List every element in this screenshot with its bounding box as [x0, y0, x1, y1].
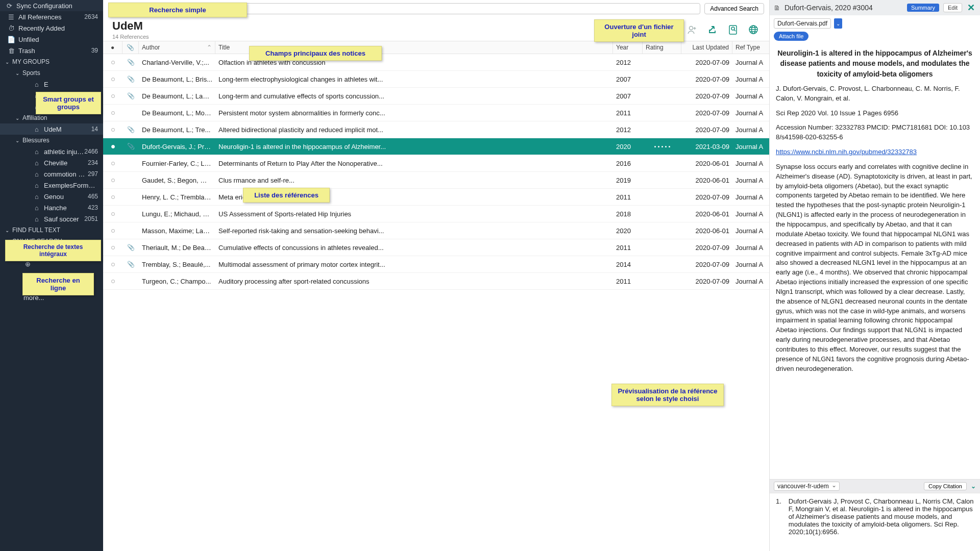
ref-body: Neuroligin-1 is altered in the hippocamp…: [770, 44, 980, 479]
group-icon: ☰: [7, 13, 15, 21]
unread-dot: [111, 212, 115, 216]
table-row[interactable]: 📎 Dufort-Gervais, J.; Pro... Neuroligin-…: [103, 138, 769, 155]
group-icon: ⌂: [33, 204, 41, 212]
more-link[interactable]: more...: [0, 292, 103, 303]
my-groups-head[interactable]: ⌄ MY GROUPS: [0, 56, 103, 67]
export-icon[interactable]: [706, 23, 719, 36]
detail-panel: 🗎 Dufort-Gervais, 2020 #3004 Summary Edi…: [770, 0, 980, 551]
table-row[interactable]: 📎 Tremblay, S.; Beaulé,... Multimodal as…: [103, 256, 769, 273]
unread-dot: [111, 78, 115, 81]
pdf-chip[interactable]: Dufort-Gervais.pdf: [774, 18, 831, 29]
sidebar-item[interactable]: ⌂UdeM14: [0, 123, 103, 135]
close-icon[interactable]: ✕: [966, 2, 976, 13]
summary-tab[interactable]: Summary: [907, 4, 939, 12]
sidebar-item[interactable]: ⊕PubMed (NLM): [0, 269, 103, 281]
search-wrap: ⌕: [108, 3, 700, 14]
search-input[interactable]: [118, 5, 697, 12]
affiliation-label: Affiliation: [22, 114, 47, 121]
col-author[interactable]: Author⌃: [139, 41, 215, 54]
find-full-text-head[interactable]: ⌄ FIND FULL TEXT: [0, 224, 103, 236]
sidebar-item[interactable]: ☰All References2634: [0, 11, 103, 22]
col-rating[interactable]: Rating: [643, 41, 681, 54]
unread-dot: [111, 195, 115, 199]
group-icon: ⊕: [23, 271, 32, 279]
sidebar-item[interactable]: ⌂F: [0, 90, 103, 101]
sidebar-item[interactable]: ⌂Cheville234: [0, 157, 103, 168]
sidebar-item[interactable]: ⌂S: [0, 101, 103, 112]
table-row[interactable]: 📎 De Beaumont, L.; Bris... Long-term ele…: [103, 71, 769, 88]
sidebar-item[interactable]: ⊕Web of Science Core...: [0, 281, 103, 292]
col-reftype[interactable]: Ref Type: [732, 41, 769, 54]
unread-dot: [111, 162, 115, 165]
table-row[interactable]: 📎 De Beaumont, L.; Lass... Long-term and…: [103, 88, 769, 105]
svg-point-1: [690, 27, 693, 30]
new-ref-icon[interactable]: [665, 23, 678, 36]
edit-tab[interactable]: Edit: [943, 3, 962, 12]
chevron-down-icon[interactable]: ⌄: [971, 483, 976, 490]
table-row[interactable]: Henry, L. C.; Tremblay,... Meta erican f…: [103, 189, 769, 206]
citation-style-select[interactable]: vancouver-fr-udem: [774, 482, 840, 491]
table-row[interactable]: Fournier-Farley, C.; La... Determinants …: [103, 155, 769, 172]
chevron-down-icon: ⌄: [4, 59, 10, 65]
table-row[interactable]: De Beaumont, L.; Mon... Persistent motor…: [103, 105, 769, 121]
paperclip-icon: 📎: [127, 44, 134, 51]
sidebar-item[interactable]: ⊕: [0, 247, 103, 258]
sidebar-item[interactable]: ⌂athletic injuries2466: [0, 146, 103, 157]
my-groups-label: MY GROUPS: [12, 58, 50, 65]
sidebar-item[interactable]: ⌂E: [0, 79, 103, 90]
group-icon: ⌂: [33, 159, 41, 167]
pdf-dropdown[interactable]: ⌄: [834, 18, 842, 29]
page-title: UdeM: [112, 19, 149, 33]
blessures-group[interactable]: ⌄ Blessures: [0, 135, 103, 146]
ref-source: Sci Rep 2020 Vol. 10 Issue 1 Pages 6956: [776, 109, 974, 118]
sidebar-item[interactable]: ⌂Genou465: [0, 191, 103, 202]
group-icon: ⏱: [7, 24, 15, 32]
affiliation-group[interactable]: ⌄ Affiliation: [0, 112, 103, 123]
sidebar-item[interactable]: ⌂Hanche423: [0, 202, 103, 213]
find-updates-icon[interactable]: [726, 23, 740, 36]
attach-file-button[interactable]: Attach file: [774, 32, 808, 41]
chevron-down-icon: ⌄: [4, 228, 10, 233]
col-unread[interactable]: ●: [103, 41, 122, 54]
table-row[interactable]: 📎 Charland-Verville, V.;... Olfaction in…: [103, 54, 769, 71]
sync-config[interactable]: ⟳ Sync Configuration: [0, 0, 103, 11]
group-icon: ⌂: [33, 170, 41, 178]
table-row[interactable]: 📎 De Beaumont, L.; Tre... Altered bidire…: [103, 121, 769, 138]
chevron-down-icon: ⌄: [14, 138, 20, 143]
table-row[interactable]: 📎 Theriault, M.; De Beau... Cumulative e…: [103, 239, 769, 256]
col-attachment[interactable]: 📎: [122, 41, 139, 54]
sidebar-item[interactable]: ⌂ExemplesFormati...: [0, 180, 103, 191]
sidebar-item[interactable]: ⌂Sauf soccer2051: [0, 213, 103, 224]
detail-title: Dufort-Gervais, 2020 #3004: [785, 4, 903, 12]
group-icon: ⌂: [33, 181, 41, 189]
table-head: ● 📎 Author⌃ Title Year Rating Last Updat…: [103, 41, 769, 54]
sports-group[interactable]: ⌄ Sports: [0, 67, 103, 79]
sidebar-item[interactable]: ⊕: [0, 258, 103, 269]
web-icon[interactable]: [747, 23, 760, 36]
paperclip-icon: 📎: [122, 59, 139, 66]
sidebar-item[interactable]: ⏱Recently Added: [0, 22, 103, 34]
ref-url[interactable]: https://www.ncbi.nlm.nih.gov/pubmed/3233…: [776, 148, 917, 156]
main-panel: ⌕ Advanced Search UdeM 14 References ● 📎…: [103, 0, 770, 551]
sidebar-item[interactable]: ⌂commotion céré...297: [0, 168, 103, 180]
col-year[interactable]: Year: [613, 41, 643, 54]
col-updated[interactable]: Last Updated: [681, 41, 732, 54]
paperclip-icon: 📎: [122, 261, 139, 268]
copy-citation-button[interactable]: Copy Citation: [924, 482, 967, 490]
table-row[interactable]: Turgeon, C.; Champo... Auditory processi…: [103, 273, 769, 290]
paperclip-icon: 📎: [122, 126, 139, 133]
paperclip-icon: 📎: [122, 92, 139, 99]
table-row[interactable]: Lungu, E.; Michaud, J.... US Assessment …: [103, 206, 769, 222]
group-icon: 📄: [7, 35, 15, 43]
sidebar-item[interactable]: 🗑Trash39: [0, 45, 103, 56]
unread-dot: [111, 280, 115, 283]
online-search-head[interactable]: ⌄ ONLINE SEARCH: [0, 236, 103, 247]
sidebar-item[interactable]: 📄Unfiled: [0, 34, 103, 45]
advanced-search-button[interactable]: Advanced Search: [704, 3, 764, 14]
col-title[interactable]: Title: [215, 41, 613, 54]
cite-number: 1.: [776, 497, 781, 536]
table-row[interactable]: Masson, Maxime; Lam... Self-reported ris…: [103, 222, 769, 239]
group-icon: ⌂: [33, 192, 41, 201]
add-user-icon[interactable]: [685, 23, 699, 36]
table-row[interactable]: Gaudet, S.; Begon, M.;... Clus rmance an…: [103, 172, 769, 189]
